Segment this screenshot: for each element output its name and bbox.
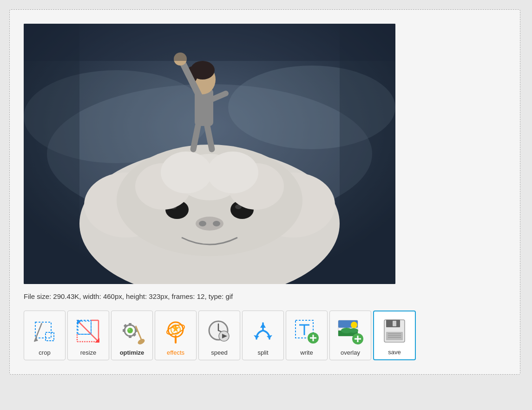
- crop-icon: [30, 317, 59, 346]
- svg-rect-52: [129, 335, 131, 338]
- svg-marker-74: [267, 335, 272, 339]
- svg-point-83: [351, 322, 357, 328]
- svg-rect-39: [46, 332, 54, 341]
- svg-rect-36: [35, 322, 51, 338]
- overlay-icon: [335, 317, 365, 346]
- svg-rect-53: [123, 329, 125, 332]
- speed-button[interactable]: speed: [198, 311, 240, 360]
- resize-button[interactable]: resize: [67, 311, 109, 360]
- svg-rect-55: [124, 324, 127, 328]
- svg-rect-33: [24, 24, 79, 284]
- svg-line-41: [77, 320, 99, 342]
- file-info: File size: 290.43K, width: 460px, height…: [24, 291, 506, 301]
- crop-button[interactable]: crop: [24, 311, 66, 360]
- split-label: split: [257, 349, 268, 356]
- overlay-button[interactable]: overlay: [329, 311, 371, 360]
- split-icon: [248, 317, 278, 346]
- svg-marker-72: [260, 323, 266, 328]
- svg-rect-93: [386, 332, 403, 340]
- effects-icon: [161, 317, 190, 346]
- write-button[interactable]: write: [286, 311, 328, 360]
- speed-label: speed: [211, 349, 227, 356]
- effects-label: effects: [167, 349, 184, 356]
- svg-rect-34: [340, 24, 395, 284]
- svg-point-86: [349, 328, 358, 333]
- svg-point-17: [213, 221, 220, 226]
- svg-rect-92: [393, 321, 396, 326]
- crop-label: crop: [39, 349, 50, 356]
- split-button[interactable]: split: [242, 311, 284, 360]
- optimize-icon: [117, 317, 147, 346]
- svg-point-16: [199, 221, 206, 226]
- save-button[interactable]: save: [373, 311, 416, 360]
- resize-icon: [73, 317, 103, 346]
- resize-label: resize: [80, 349, 97, 356]
- write-icon: [292, 317, 322, 346]
- effects-button[interactable]: effects: [155, 311, 197, 360]
- write-label: write: [300, 349, 313, 356]
- image-preview: [24, 24, 395, 284]
- save-icon: [380, 316, 409, 346]
- overlay-label: overlay: [341, 349, 360, 356]
- svg-rect-51: [129, 323, 131, 326]
- save-label: save: [388, 349, 401, 356]
- toolbar: crop resize: [24, 311, 506, 360]
- svg-point-21: [161, 152, 212, 193]
- file-info-text: File size: 290.43K, width: 460px, height…: [24, 292, 233, 300]
- svg-point-22: [207, 152, 258, 193]
- svg-marker-73: [254, 335, 259, 339]
- optimize-label: optimize: [120, 349, 144, 356]
- svg-rect-35: [24, 24, 395, 61]
- svg-point-60: [128, 329, 130, 331]
- optimize-button[interactable]: optimize: [111, 311, 153, 360]
- main-container: File size: 290.43K, width: 460px, height…: [9, 9, 520, 375]
- speed-icon: [204, 317, 234, 346]
- svg-point-59: [127, 328, 133, 333]
